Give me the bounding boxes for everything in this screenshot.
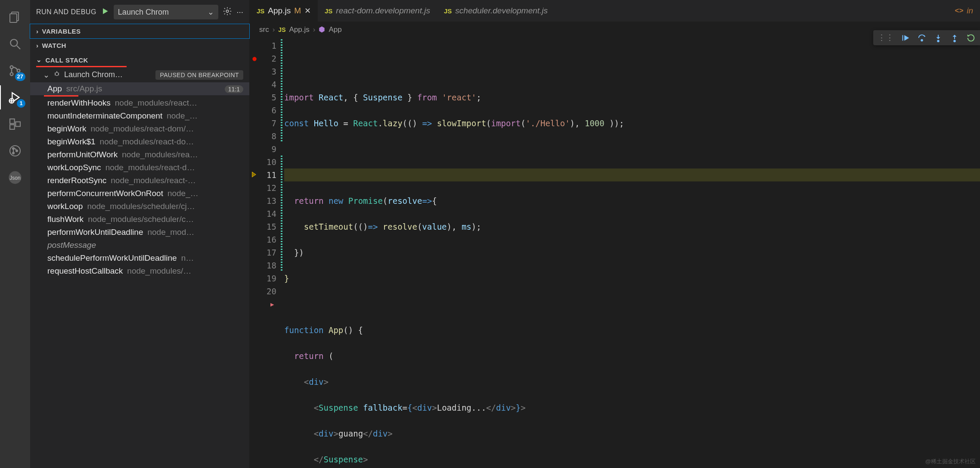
tab-label: react-dom.development.js: [336, 6, 430, 16]
line-number[interactable]: 8: [250, 130, 276, 143]
breadcrumb-symbol[interactable]: App: [329, 25, 341, 34]
chevron-right-icon: ›: [273, 25, 275, 34]
more-icon[interactable]: ···: [236, 7, 243, 17]
line-number[interactable]: 18: [250, 259, 276, 272]
line-number[interactable]: 15: [250, 220, 276, 233]
stack-frame[interactable]: renderRootSyncnode_modules/react-…: [30, 174, 249, 187]
callstack-section-header[interactable]: ⌄ CALL STACK: [30, 53, 249, 67]
svg-point-16: [12, 152, 14, 154]
sidebar-header: RUN AND DEBUG Launch Chrom ⌄ ···: [30, 0, 249, 24]
line-number[interactable]: 20: [250, 285, 276, 298]
start-debug-icon[interactable]: [101, 7, 109, 18]
stack-frame[interactable]: Appsrc/App.js11:1: [30, 82, 249, 95]
brackets-icon: <>: [955, 6, 963, 15]
svg-line-3: [17, 46, 20, 49]
tab-overflow[interactable]: <> in: [948, 0, 980, 22]
svg-rect-11: [10, 119, 15, 124]
line-number[interactable]: 9: [250, 143, 276, 156]
tab-app-js[interactable]: JS App.js M ✕: [250, 0, 318, 22]
scm-icon[interactable]: 27: [3, 59, 27, 83]
stack-frame[interactable]: beginWork$1node_modules/react-do…: [30, 135, 249, 148]
frame-function: workLoop: [47, 202, 83, 211]
line-number[interactable]: 1: [250, 39, 276, 52]
watch-label: WATCH: [42, 42, 66, 49]
frame-function: beginWork: [47, 124, 86, 134]
svg-point-14: [10, 146, 20, 156]
breakpoint-icon[interactable]: ●: [251, 52, 258, 65]
stack-frame[interactable]: beginWorknode_modules/react-dom/…: [30, 122, 249, 135]
stack-frame[interactable]: mountIndeterminateComponentnode_…: [30, 109, 249, 122]
debug-icon[interactable]: 1: [3, 85, 27, 109]
debug-config-group: Launch Chrom ⌄ ···: [101, 5, 243, 19]
line-number[interactable]: 13: [250, 194, 276, 207]
line-number[interactable]: 14: [250, 207, 276, 220]
frame-source: node_…: [167, 189, 243, 198]
js-file-icon: JS: [444, 7, 452, 15]
frame-function: postMessage: [47, 240, 96, 250]
scm-badge: 27: [15, 72, 25, 81]
line-number[interactable]: 4: [250, 78, 276, 91]
chevron-down-icon: ⌄: [43, 70, 50, 80]
stack-frame[interactable]: performUnitOfWorknode_modules/rea…: [30, 148, 249, 161]
frame-source: node_modules/react-do…: [100, 137, 243, 147]
frame-function: flushWork: [47, 215, 84, 224]
stack-frame[interactable]: performConcurrentWorkOnRootnode_…: [30, 187, 249, 200]
line-number[interactable]: 11: [250, 168, 276, 181]
debug-config-select[interactable]: Launch Chrom ⌄: [114, 5, 218, 19]
stack-frame[interactable]: requestHostCallbacknode_modules/…: [30, 265, 249, 278]
breadcrumb[interactable]: src › JS App.js › ⬢ App: [250, 22, 980, 37]
search-icon[interactable]: [3, 32, 27, 56]
line-number[interactable]: 19: [250, 272, 276, 285]
frame-function: mountIndeterminateComponent: [47, 111, 162, 121]
frame-function: performConcurrentWorkOnRoot: [47, 189, 163, 198]
modified-indicator: M: [294, 6, 301, 16]
explorer-icon[interactable]: [3, 5, 27, 29]
bug-icon: [53, 70, 61, 80]
stack-frame[interactable]: schedulePerformWorkUntilDeadlinen…: [30, 252, 249, 265]
extensions-icon[interactable]: [3, 112, 27, 136]
line-number[interactable]: 7: [250, 117, 276, 130]
close-icon[interactable]: ✕: [304, 6, 311, 16]
stack-frame[interactable]: postMessage: [30, 239, 249, 252]
stack-frame[interactable]: renderWithHooksnode_modules/react…: [30, 97, 249, 109]
line-number[interactable]: 17: [250, 246, 276, 259]
current-frame-icon: [251, 168, 258, 181]
stack-frame[interactable]: performWorkUntilDeadlinenode_mod…: [30, 226, 249, 239]
tab-label: scheduler.development.js: [455, 6, 548, 16]
line-number[interactable]: 6: [250, 104, 276, 117]
code-editor[interactable]: 1●234567891011121314151617181920 import …: [250, 37, 980, 468]
gear-icon[interactable]: [223, 6, 232, 18]
frame-function: renderRootSync: [47, 176, 106, 185]
current-line-highlight: [284, 168, 980, 181]
line-number[interactable]: 16: [250, 233, 276, 246]
frame-source: node_modules/react-d…: [105, 163, 243, 172]
breadcrumb-file[interactable]: App.js: [289, 25, 309, 34]
stack-frame[interactable]: workLoopSyncnode_modules/react-d…: [30, 161, 249, 174]
error-indicator-icon: ▶: [270, 298, 274, 311]
stack-frame[interactable]: workLoopnode_modules/scheduler/cj…: [30, 200, 249, 213]
code-content[interactable]: import React, { Suspense } from 'react';…: [284, 37, 980, 468]
git-graph-icon[interactable]: [3, 139, 27, 163]
line-number[interactable]: 3: [250, 65, 276, 78]
gutter[interactable]: 1●234567891011121314151617181920: [250, 37, 284, 468]
breadcrumb-folder[interactable]: src: [259, 25, 269, 34]
frame-source: n…: [181, 253, 243, 263]
frame-function: performWorkUntilDeadline: [47, 228, 143, 237]
frame-source: node_modules/react-…: [111, 176, 243, 185]
line-number[interactable]: 5: [250, 91, 276, 104]
frame-source: node_modules/react…: [115, 98, 243, 108]
watch-section-header[interactable]: › WATCH: [30, 38, 249, 53]
tab-scheduler[interactable]: JS scheduler.development.js: [437, 0, 555, 22]
tab-react-dom[interactable]: JS react-dom.development.js: [318, 0, 437, 22]
frame-function: schedulePerformWorkUntilDeadline: [47, 253, 177, 263]
json-icon[interactable]: Json: [3, 165, 27, 190]
line-number[interactable]: 12: [250, 181, 276, 194]
debug-badge: 1: [17, 99, 25, 108]
variables-section-header[interactable]: › VARIABLES: [30, 24, 249, 38]
debug-session-row[interactable]: ⌄ Launch Chrom… PAUSED ON BREAKPOINT: [30, 67, 249, 82]
frame-function: workLoopSync: [47, 163, 101, 172]
frame-source: node_mod…: [147, 228, 243, 237]
line-number[interactable]: ●2: [250, 52, 276, 65]
stack-frame[interactable]: flushWorknode_modules/scheduler/c…: [30, 213, 249, 226]
line-number[interactable]: 10: [250, 156, 276, 168]
